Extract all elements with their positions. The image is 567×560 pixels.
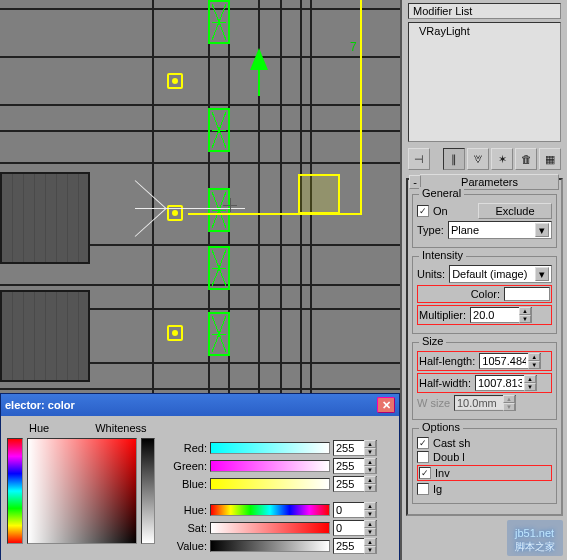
geom-crossbox: [208, 0, 230, 44]
pin-stack-button[interactable]: ⊣: [408, 148, 430, 170]
half-width-field[interactable]: ▲▼: [475, 375, 537, 391]
spinner[interactable]: ▲▼: [364, 538, 376, 554]
axis-z-stem[interactable]: [258, 68, 260, 96]
parameters-rollup: - Parameters General ✓ On Exclude Type: …: [406, 178, 563, 516]
hue-input[interactable]: [334, 504, 364, 516]
type-label: Type:: [417, 224, 444, 236]
dialog-titlebar[interactable]: elector: color ✕: [1, 394, 399, 416]
viewport-3d[interactable]: 7: [0, 0, 400, 393]
chevron-down-icon: ▾: [535, 267, 549, 281]
red-input[interactable]: [334, 442, 364, 454]
geom-crossbox: [208, 108, 230, 152]
hue-slider[interactable]: [210, 504, 330, 516]
spinner[interactable]: ▲▼: [519, 307, 531, 323]
blue-slider[interactable]: [210, 478, 330, 490]
group-size: Size Half-length: ▲▼ Half-width: ▲▼ W si…: [412, 342, 557, 420]
green-label: Green:: [167, 460, 207, 472]
stack-icon: ∥: [451, 153, 457, 166]
group-general: General ✓ On Exclude Type: Plane ▾: [412, 194, 557, 248]
modifier-list-dropdown[interactable]: Modifier List: [408, 3, 561, 19]
trash-button[interactable]: 🗑: [515, 148, 537, 170]
half-length-label: Half-length:: [419, 355, 475, 367]
red-field[interactable]: ▲▼: [333, 440, 377, 456]
geom-line: [0, 130, 400, 132]
modifier-stack[interactable]: VRayLight: [408, 22, 561, 142]
green-input[interactable]: [334, 460, 364, 472]
value-input[interactable]: [334, 540, 364, 552]
green-field[interactable]: ▲▼: [333, 458, 377, 474]
color-label: Color:: [471, 288, 500, 300]
color-field[interactable]: [27, 438, 137, 544]
spinner[interactable]: ▲▼: [524, 375, 536, 391]
exclude-button[interactable]: Exclude: [478, 203, 552, 219]
on-checkbox[interactable]: ✓: [417, 205, 429, 217]
hue-header: Hue: [29, 422, 49, 434]
double-sided-checkbox[interactable]: [417, 451, 429, 463]
spinner[interactable]: ▲▼: [364, 520, 376, 536]
type-value: Plane: [451, 224, 479, 236]
hue-strip[interactable]: [7, 438, 23, 544]
hue-label: Hue:: [167, 504, 207, 516]
dialog-title: elector: color: [5, 399, 75, 411]
red-slider[interactable]: [210, 442, 330, 454]
blue-field[interactable]: ▲▼: [333, 476, 377, 492]
value-field[interactable]: ▲▼: [333, 538, 377, 554]
half-length-input[interactable]: [480, 355, 528, 367]
trash-icon: 🗑: [521, 153, 532, 165]
rgb-panel: Red:▲▼ Green:▲▼ Blue:▲▼ Hue:▲▼ Sat:▲▼ Va…: [167, 438, 377, 556]
half-width-input[interactable]: [476, 377, 524, 389]
show-end-result-button[interactable]: ∥: [443, 148, 465, 170]
multiplier-input[interactable]: [471, 309, 519, 321]
group-options: Options ✓Cast sh Doub l ✓Inv Ig: [412, 428, 557, 504]
sat-slider[interactable]: [210, 522, 330, 534]
invisible-checkbox[interactable]: ✓: [419, 467, 431, 479]
whiteness-strip[interactable]: [141, 438, 155, 544]
chevron-down-icon: ▾: [535, 223, 549, 237]
remove-modifier-button[interactable]: ✶: [491, 148, 513, 170]
hue-field[interactable]: ▲▼: [333, 502, 377, 518]
color-selector-dialog: elector: color ✕ Hue Whiteness Red:▲▼ Gr…: [0, 393, 400, 560]
blue-input[interactable]: [334, 478, 364, 490]
gizmo-axis-y[interactable]: [360, 0, 362, 213]
spinner[interactable]: ▲▼: [528, 353, 540, 369]
multiplier-label: Multiplier:: [419, 309, 466, 321]
spinner[interactable]: ▲▼: [364, 476, 376, 492]
configure-button[interactable]: ▦: [539, 148, 561, 170]
type-dropdown[interactable]: Plane ▾: [448, 221, 552, 239]
color-swatch[interactable]: [504, 287, 550, 301]
w-size-label: W size: [417, 397, 450, 409]
spinner[interactable]: ▲▼: [364, 440, 376, 456]
watermark-url: jb51.net: [515, 527, 554, 539]
axis-z-arrow[interactable]: [250, 48, 268, 70]
make-unique-button[interactable]: ⩔: [467, 148, 489, 170]
spinner: ▲▼: [503, 395, 515, 411]
inv-label: Inv: [435, 467, 450, 479]
geom-line: [0, 284, 400, 286]
group-intensity: Intensity Units: Default (image) ▾ Color…: [412, 256, 557, 334]
units-value: Default (image): [452, 268, 527, 280]
stack-item-vraylight[interactable]: VRayLight: [409, 23, 560, 39]
value-label: Value:: [167, 540, 207, 552]
half-length-field[interactable]: ▲▼: [479, 353, 541, 369]
unique-icon: ⩔: [473, 153, 484, 165]
green-slider[interactable]: [210, 460, 330, 472]
whiteness-header: Whiteness: [95, 422, 146, 434]
geom-line: [0, 8, 400, 10]
light-marker[interactable]: [167, 73, 183, 89]
command-panel: Modifier List VRayLight ⊣ ∥ ⩔ ✶ 🗑 ▦ - Pa…: [400, 0, 567, 560]
sat-field[interactable]: ▲▼: [333, 520, 377, 536]
cast-shadows-checkbox[interactable]: ✓: [417, 437, 429, 449]
value-slider[interactable]: [210, 540, 330, 552]
ignore-checkbox[interactable]: [417, 483, 429, 495]
multiplier-field[interactable]: ▲▼: [470, 307, 532, 323]
close-button[interactable]: ✕: [377, 397, 395, 413]
light-marker[interactable]: [167, 325, 183, 341]
watermark-caption: 脚本之家: [515, 540, 555, 554]
sat-input[interactable]: [334, 522, 364, 534]
cast-label: Cast sh: [433, 437, 470, 449]
selection-rect[interactable]: [298, 174, 340, 214]
spinner[interactable]: ▲▼: [364, 458, 376, 474]
spinner[interactable]: ▲▼: [364, 502, 376, 518]
units-dropdown[interactable]: Default (image) ▾: [449, 265, 552, 283]
config-icon: ▦: [545, 153, 555, 166]
